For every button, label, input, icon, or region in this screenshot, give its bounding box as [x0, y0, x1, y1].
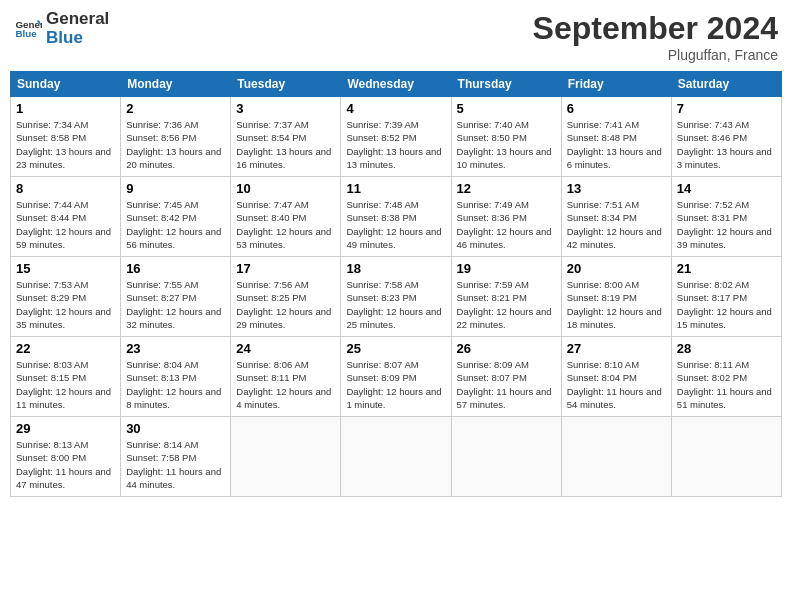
day-number: 4: [346, 101, 445, 116]
day-info: Sunrise: 7:39 AMSunset: 8:52 PMDaylight:…: [346, 118, 445, 171]
list-item: [341, 417, 451, 497]
day-info: Sunrise: 8:07 AMSunset: 8:09 PMDaylight:…: [346, 358, 445, 411]
day-number: 17: [236, 261, 335, 276]
calendar-table: Sunday Monday Tuesday Wednesday Thursday…: [10, 71, 782, 497]
table-row: 15 Sunrise: 7:53 AMSunset: 8:29 PMDaylig…: [11, 257, 782, 337]
day-number: 9: [126, 181, 225, 196]
day-info: Sunrise: 7:59 AMSunset: 8:21 PMDaylight:…: [457, 278, 556, 331]
day-info: Sunrise: 8:11 AMSunset: 8:02 PMDaylight:…: [677, 358, 776, 411]
day-info: Sunrise: 8:04 AMSunset: 8:13 PMDaylight:…: [126, 358, 225, 411]
list-item: 28 Sunrise: 8:11 AMSunset: 8:02 PMDaylig…: [671, 337, 781, 417]
list-item: 11 Sunrise: 7:48 AMSunset: 8:38 PMDaylig…: [341, 177, 451, 257]
list-item: 8 Sunrise: 7:44 AMSunset: 8:44 PMDayligh…: [11, 177, 121, 257]
day-number: 5: [457, 101, 556, 116]
location: Pluguffan, France: [533, 47, 778, 63]
logo-line2: Blue: [46, 29, 109, 48]
day-number: 27: [567, 341, 666, 356]
day-number: 1: [16, 101, 115, 116]
day-number: 19: [457, 261, 556, 276]
col-sunday: Sunday: [11, 72, 121, 97]
list-item: 6 Sunrise: 7:41 AMSunset: 8:48 PMDayligh…: [561, 97, 671, 177]
day-info: Sunrise: 8:14 AMSunset: 7:58 PMDaylight:…: [126, 438, 225, 491]
table-row: 1 Sunrise: 7:34 AMSunset: 8:58 PMDayligh…: [11, 97, 782, 177]
col-friday: Friday: [561, 72, 671, 97]
col-wednesday: Wednesday: [341, 72, 451, 97]
list-item: 24 Sunrise: 8:06 AMSunset: 8:11 PMDaylig…: [231, 337, 341, 417]
day-number: 24: [236, 341, 335, 356]
day-number: 22: [16, 341, 115, 356]
list-item: 17 Sunrise: 7:56 AMSunset: 8:25 PMDaylig…: [231, 257, 341, 337]
list-item: 2 Sunrise: 7:36 AMSunset: 8:56 PMDayligh…: [121, 97, 231, 177]
day-number: 16: [126, 261, 225, 276]
list-item: 30 Sunrise: 8:14 AMSunset: 7:58 PMDaylig…: [121, 417, 231, 497]
list-item: 16 Sunrise: 7:55 AMSunset: 8:27 PMDaylig…: [121, 257, 231, 337]
day-info: Sunrise: 7:37 AMSunset: 8:54 PMDaylight:…: [236, 118, 335, 171]
svg-text:Blue: Blue: [15, 28, 37, 39]
list-item: 26 Sunrise: 8:09 AMSunset: 8:07 PMDaylig…: [451, 337, 561, 417]
day-number: 25: [346, 341, 445, 356]
day-number: 7: [677, 101, 776, 116]
day-info: Sunrise: 7:49 AMSunset: 8:36 PMDaylight:…: [457, 198, 556, 251]
list-item: 10 Sunrise: 7:47 AMSunset: 8:40 PMDaylig…: [231, 177, 341, 257]
day-info: Sunrise: 7:56 AMSunset: 8:25 PMDaylight:…: [236, 278, 335, 331]
day-number: 12: [457, 181, 556, 196]
logo-line1: General: [46, 10, 109, 29]
col-monday: Monday: [121, 72, 231, 97]
list-item: 21 Sunrise: 8:02 AMSunset: 8:17 PMDaylig…: [671, 257, 781, 337]
list-item: 23 Sunrise: 8:04 AMSunset: 8:13 PMDaylig…: [121, 337, 231, 417]
list-item: 19 Sunrise: 7:59 AMSunset: 8:21 PMDaylig…: [451, 257, 561, 337]
month-title: September 2024: [533, 10, 778, 47]
table-row: 8 Sunrise: 7:44 AMSunset: 8:44 PMDayligh…: [11, 177, 782, 257]
list-item: 12 Sunrise: 7:49 AMSunset: 8:36 PMDaylig…: [451, 177, 561, 257]
day-info: Sunrise: 8:06 AMSunset: 8:11 PMDaylight:…: [236, 358, 335, 411]
day-info: Sunrise: 7:52 AMSunset: 8:31 PMDaylight:…: [677, 198, 776, 251]
day-number: 15: [16, 261, 115, 276]
day-number: 11: [346, 181, 445, 196]
table-row: 29 Sunrise: 8:13 AMSunset: 8:00 PMDaylig…: [11, 417, 782, 497]
day-number: 20: [567, 261, 666, 276]
day-number: 3: [236, 101, 335, 116]
title-area: September 2024 Pluguffan, France: [533, 10, 778, 63]
list-item: [451, 417, 561, 497]
day-number: 13: [567, 181, 666, 196]
day-info: Sunrise: 7:43 AMSunset: 8:46 PMDaylight:…: [677, 118, 776, 171]
list-item: [671, 417, 781, 497]
col-tuesday: Tuesday: [231, 72, 341, 97]
day-info: Sunrise: 8:03 AMSunset: 8:15 PMDaylight:…: [16, 358, 115, 411]
list-item: 4 Sunrise: 7:39 AMSunset: 8:52 PMDayligh…: [341, 97, 451, 177]
list-item: 7 Sunrise: 7:43 AMSunset: 8:46 PMDayligh…: [671, 97, 781, 177]
list-item: 18 Sunrise: 7:58 AMSunset: 8:23 PMDaylig…: [341, 257, 451, 337]
day-info: Sunrise: 7:45 AMSunset: 8:42 PMDaylight:…: [126, 198, 225, 251]
day-info: Sunrise: 7:41 AMSunset: 8:48 PMDaylight:…: [567, 118, 666, 171]
day-number: 2: [126, 101, 225, 116]
col-saturday: Saturday: [671, 72, 781, 97]
day-info: Sunrise: 7:53 AMSunset: 8:29 PMDaylight:…: [16, 278, 115, 331]
list-item: [561, 417, 671, 497]
day-number: 26: [457, 341, 556, 356]
header-row: Sunday Monday Tuesday Wednesday Thursday…: [11, 72, 782, 97]
day-number: 14: [677, 181, 776, 196]
day-info: Sunrise: 8:02 AMSunset: 8:17 PMDaylight:…: [677, 278, 776, 331]
logo-icon: General Blue: [14, 15, 42, 43]
day-number: 28: [677, 341, 776, 356]
list-item: 13 Sunrise: 7:51 AMSunset: 8:34 PMDaylig…: [561, 177, 671, 257]
list-item: 22 Sunrise: 8:03 AMSunset: 8:15 PMDaylig…: [11, 337, 121, 417]
day-info: Sunrise: 7:47 AMSunset: 8:40 PMDaylight:…: [236, 198, 335, 251]
list-item: 14 Sunrise: 7:52 AMSunset: 8:31 PMDaylig…: [671, 177, 781, 257]
logo: General Blue General Blue: [14, 10, 109, 47]
day-info: Sunrise: 7:44 AMSunset: 8:44 PMDaylight:…: [16, 198, 115, 251]
list-item: 27 Sunrise: 8:10 AMSunset: 8:04 PMDaylig…: [561, 337, 671, 417]
list-item: 5 Sunrise: 7:40 AMSunset: 8:50 PMDayligh…: [451, 97, 561, 177]
day-info: Sunrise: 7:34 AMSunset: 8:58 PMDaylight:…: [16, 118, 115, 171]
day-info: Sunrise: 7:58 AMSunset: 8:23 PMDaylight:…: [346, 278, 445, 331]
list-item: 3 Sunrise: 7:37 AMSunset: 8:54 PMDayligh…: [231, 97, 341, 177]
day-number: 30: [126, 421, 225, 436]
day-info: Sunrise: 8:10 AMSunset: 8:04 PMDaylight:…: [567, 358, 666, 411]
day-number: 8: [16, 181, 115, 196]
day-number: 18: [346, 261, 445, 276]
day-info: Sunrise: 7:55 AMSunset: 8:27 PMDaylight:…: [126, 278, 225, 331]
day-number: 21: [677, 261, 776, 276]
day-info: Sunrise: 8:00 AMSunset: 8:19 PMDaylight:…: [567, 278, 666, 331]
day-number: 6: [567, 101, 666, 116]
day-info: Sunrise: 8:13 AMSunset: 8:00 PMDaylight:…: [16, 438, 115, 491]
